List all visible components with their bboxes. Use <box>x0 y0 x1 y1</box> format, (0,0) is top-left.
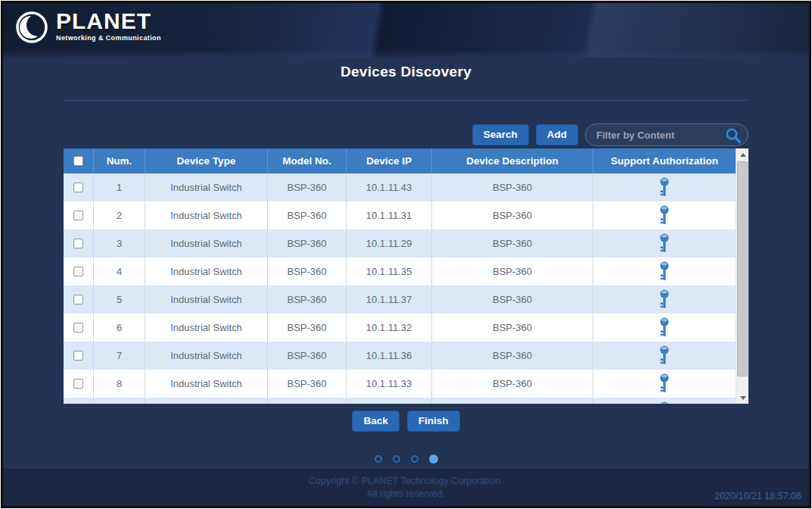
table-row: 2 Industrial Switch BSP-360 10.1.11.31 B… <box>64 201 736 230</box>
row-model-no: BSP-360 <box>268 342 347 370</box>
row-num: 5 <box>94 286 145 314</box>
footer: Copyright © PLANET Technology Corporatio… <box>3 469 809 506</box>
scrollbar-down-arrow-icon[interactable] <box>736 392 748 404</box>
pagination-dot[interactable] <box>375 455 382 463</box>
filter-input[interactable] <box>596 130 722 141</box>
row-device-ip: 10.1.11.32 <box>347 314 432 342</box>
row-checkbox[interactable] <box>73 379 83 389</box>
table-row: 3 Industrial Switch BSP-360 10.1.11.29 B… <box>64 230 736 258</box>
table-row: 9 Industrial Switch BSP-360 10.1.11.42 B… <box>64 398 736 404</box>
table-row: 4 Industrial Switch BSP-360 10.1.11.35 B… <box>64 258 736 286</box>
finish-button[interactable]: Finish <box>407 411 460 432</box>
key-icon[interactable] <box>659 261 670 282</box>
row-authorization-cell <box>593 286 736 314</box>
row-checkbox[interactable] <box>73 239 83 248</box>
col-header-device-ip: Device IP <box>347 148 432 173</box>
row-device-description: BSP-360 <box>432 370 593 398</box>
table-row: 8 Industrial Switch BSP-360 10.1.11.33 B… <box>64 370 736 398</box>
row-device-type: Industrial Switch <box>145 286 268 314</box>
add-button[interactable]: Add <box>536 124 578 145</box>
row-device-description: BSP-360 <box>432 286 593 314</box>
row-authorization-cell <box>593 314 736 342</box>
key-icon[interactable] <box>659 401 670 404</box>
table-row: 6 Industrial Switch BSP-360 10.1.11.32 B… <box>64 314 736 342</box>
row-authorization-cell <box>593 201 736 230</box>
key-icon[interactable] <box>659 233 670 254</box>
row-device-ip: 10.1.11.33 <box>347 370 432 398</box>
select-all-cell <box>64 148 94 173</box>
key-icon[interactable] <box>659 289 670 310</box>
col-header-device-description: Device Description <box>432 148 593 173</box>
row-checkbox[interactable] <box>73 323 83 333</box>
row-checkbox-cell <box>64 314 94 342</box>
row-device-type: Industrial Switch <box>145 230 268 258</box>
brand-name: PLANET <box>56 10 161 33</box>
header-bar: PLANET Networking & Communication <box>3 3 809 58</box>
col-header-model-no: Model No. <box>268 148 347 173</box>
row-checkbox-cell <box>64 173 94 201</box>
row-checkbox[interactable] <box>73 211 83 220</box>
row-model-no: BSP-360 <box>268 286 347 314</box>
row-checkbox[interactable] <box>73 267 83 276</box>
row-device-type: Industrial Switch <box>145 370 268 398</box>
pagination-dot[interactable] <box>393 455 400 463</box>
row-checkbox-cell <box>64 201 94 230</box>
brand-tagline: Networking & Communication <box>56 34 161 42</box>
brand-logo: PLANET Networking & Communication <box>15 10 161 45</box>
key-icon[interactable] <box>659 373 670 394</box>
row-num: 6 <box>94 314 145 342</box>
key-icon[interactable] <box>659 345 670 366</box>
title-divider <box>64 100 748 101</box>
search-icon[interactable] <box>725 127 742 147</box>
copyright-line-2: All rights reserved. <box>367 488 446 501</box>
row-device-ip: 10.1.11.43 <box>347 173 432 201</box>
toolbar: Search Add <box>64 123 748 147</box>
row-device-type: Industrial Switch <box>145 201 268 230</box>
row-device-ip: 10.1.11.31 <box>347 201 432 230</box>
row-device-description: BSP-360 <box>432 230 593 258</box>
row-num: 3 <box>94 230 145 258</box>
row-checkbox-cell <box>64 370 94 398</box>
row-device-ip: 10.1.11.35 <box>347 258 432 286</box>
row-num: 7 <box>94 342 145 370</box>
scrollbar-thumb[interactable] <box>737 161 748 376</box>
row-checkbox-cell <box>64 342 94 370</box>
col-header-device-type: Device Type <box>145 148 268 173</box>
row-num: 9 <box>94 398 145 404</box>
row-device-description: BSP-360 <box>432 342 593 370</box>
row-device-description: BSP-360 <box>432 398 593 404</box>
pagination <box>3 454 809 464</box>
row-model-no: BSP-360 <box>268 258 347 286</box>
back-button[interactable]: Back <box>352 411 399 432</box>
row-checkbox[interactable] <box>73 295 83 304</box>
row-num: 1 <box>94 173 145 201</box>
planet-globe-icon <box>15 10 50 45</box>
table-row: 1 Industrial Switch BSP-360 10.1.11.43 B… <box>64 173 736 201</box>
row-checkbox-cell <box>64 286 94 314</box>
scrollbar-up-arrow-icon[interactable] <box>736 148 748 161</box>
row-authorization-cell <box>593 230 736 258</box>
row-num: 8 <box>94 370 145 398</box>
row-device-ip: 10.1.11.36 <box>347 342 432 370</box>
page-title: Devices Discovery <box>3 64 809 80</box>
key-icon[interactable] <box>659 177 670 198</box>
row-checkbox[interactable] <box>73 183 83 192</box>
row-device-description: BSP-360 <box>432 314 593 342</box>
key-icon[interactable] <box>659 205 670 226</box>
select-all-checkbox[interactable] <box>73 156 83 166</box>
row-checkbox[interactable] <box>73 351 83 361</box>
device-table-body: 1 Industrial Switch BSP-360 10.1.11.43 B… <box>64 173 736 404</box>
row-authorization-cell <box>593 370 736 398</box>
table-scrollbar[interactable] <box>736 148 748 404</box>
row-device-type: Industrial Switch <box>145 398 268 404</box>
row-device-ip: 10.1.11.29 <box>347 230 432 258</box>
col-header-support-authorization: Support Authorization <box>593 148 736 173</box>
key-icon[interactable] <box>659 317 670 338</box>
row-authorization-cell <box>593 342 736 370</box>
search-button[interactable]: Search <box>472 124 529 145</box>
pagination-dot-active[interactable] <box>429 454 438 464</box>
row-model-no: BSP-360 <box>268 230 347 258</box>
pagination-dot[interactable] <box>411 455 418 463</box>
row-num: 4 <box>94 258 145 286</box>
row-device-description: BSP-360 <box>432 201 593 230</box>
